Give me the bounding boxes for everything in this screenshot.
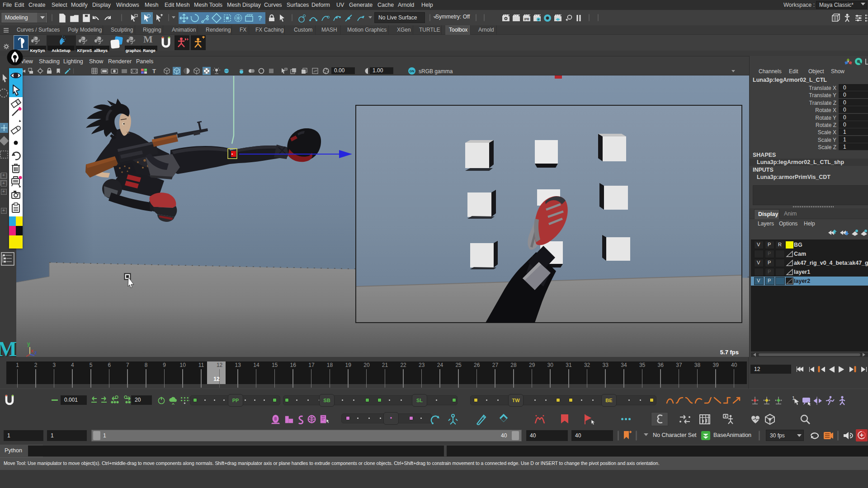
svg-text:z: z: [34, 350, 37, 355]
svg-text:IPR: IPR: [524, 18, 529, 21]
svg-text:y: y: [27, 341, 30, 347]
svg-text:5.7 fps: 5.7 fps: [720, 349, 739, 356]
svg-text:?: ?: [258, 14, 262, 22]
svg-text:T: T: [152, 68, 156, 75]
svg-text:x: x: [31, 348, 34, 353]
